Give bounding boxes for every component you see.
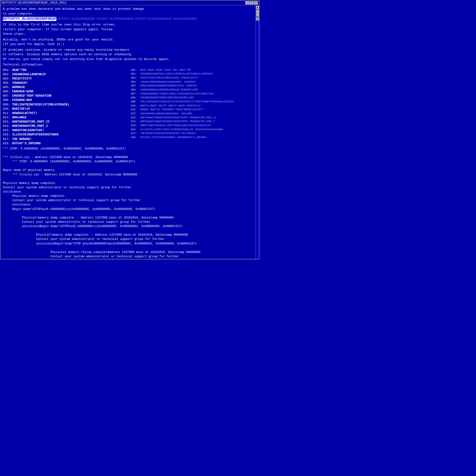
tech-header: Technical information: (3, 62, 256, 67)
stop-section: *** STOP: 0.000000D1 (0x0000000C, 0x0000… (3, 147, 256, 258)
contact-4: Contact your system administrator or tec… (36, 237, 256, 241)
phys-dump-complete-2: Physical memory dump complete. (12, 194, 256, 198)
minimize-button[interactable]: _ (245, 1, 249, 4)
errors-left: 001: DEAF'TRO 002: INSANEGOALLDONTWEIF 0… (3, 68, 129, 146)
error-right-004: 004: YOWAKEYOWAKEWDOWAKEYOWAKEDOM4: YOWA… (131, 80, 256, 84)
contact-3: Contact your system administrator or tec… (22, 220, 256, 224)
begin-dump-1: Begin dump of physical memory (3, 168, 256, 172)
main-title-section: DUTCHYYY_BLUESCREENOFDEAF DUTCHYYY_BLUES… (3, 17, 256, 21)
error-item-014: 014: WHNTHENGHTCMS_PART_I (3, 124, 129, 128)
error-item-017: 017: THE_RARARA! (3, 137, 129, 141)
error-right-002: 002: INSANEGOASNBDTOOLLLBOSATLDPONTALLEN… (131, 72, 256, 76)
phys-dump-5: Physiocel memory.r0l1op.comcpletAddress … (51, 250, 256, 255)
error-right-013: 013: WHNTHENWHTCNWHNTEHNSHSFASNIBTPARTS … (131, 116, 256, 120)
scroll-thumb[interactable] (256, 10, 259, 17)
contact-1: Contact your system administrator or tec… (3, 186, 256, 190)
error-right-018: 018: DUTCHYD OTCM7CACNINFERNOG CERNOMEER… (131, 136, 256, 139)
maximize-button[interactable]: □ (250, 1, 254, 4)
error-right-006: 006: COMERUMOMESALDNOMEMBCOMERIBO'N2MERU… (131, 88, 256, 92)
error-item-009: 009: THELIGHTNINGTHIEF(STIMULATEDAIR) (3, 102, 129, 107)
error-right-005: 005: WNMEAIWRMRAINOBRMRAINWRMRAIDOS5: WR… (131, 84, 256, 88)
errors-right: 001: DEAF'TROAF'TROAF'TRCAF'TRO: DEAF'TR… (131, 68, 256, 146)
assistance-4: assistanceBegin*dump*STOP phys0c000000D1… (36, 241, 256, 246)
error-item-006: 006: COMERUN'N2ME (3, 89, 129, 94)
contact-5: Contact your system administrator or tec… (51, 255, 256, 258)
phys-dump-4: Physical*memory dump complete. - Address… (36, 233, 256, 237)
error-item-011: 011: NOWDEALWITHIT! (3, 111, 129, 116)
stop-line3: Begin dump*cSTOPhys0.c000000D1ry(0x00000… (12, 207, 256, 211)
bsod-window: DUTCHYYY_BLUESCREENOFDEAF_2010_2011 _ □ … (0, 0, 259, 259)
error-item-018: 018: DUTCHY'S_INFERNO (3, 141, 129, 146)
main-title-glitch: DUTCHYYY_BLUESCREENOFDEAF DUTCHYYY_BLUES… (58, 17, 197, 21)
intro-line2: to your computer. (3, 12, 34, 16)
error-item-005: 005: WRMRAIN (3, 85, 129, 89)
trololo-2: *** trololo.sys - Address 1337000 base a… (12, 172, 256, 177)
para3: If problems continue, disable or remove … (3, 48, 256, 62)
error-right-015: 015: SWEEPTSWEETODSBLES GDHTTCERDLUCNSAT… (131, 123, 256, 128)
error-item-001: 001: DEAF'TRO (3, 68, 129, 72)
error-item-010: 010: BONITAFLIP (3, 107, 129, 111)
error-right-011: 011: NOWDEA NOWLTEA HTNDOWDEA TNOWITNDWD… (131, 108, 256, 112)
close-button[interactable]: ✕ (254, 1, 258, 4)
intro-text: A problem has been detecetd and Windows … (3, 7, 256, 16)
window-title: DUTCHYYY_BLUESCREENOFDEAF_2010_2011 (2, 1, 67, 4)
error-right-001: 001: DEAF'TROAF'TROAF'TRCAF'TRO: DEAF'TR… (131, 68, 256, 72)
error-item-008: 008: FEEDBRA!NER (3, 98, 129, 102)
error-right-003: 003: PBCACTPACACTPBC3CTRBIACYDOSL TPBCAC… (131, 76, 256, 80)
error-item-004: 004: YOWAKEUP! (3, 81, 129, 85)
title-bar: DUTCHYYY_BLUESCREENOFDEAF_2010_2011 _ □ … (0, 0, 259, 5)
error-right-008: 008: FEEDBRADERBRATOBBRATBBS40NEFEEDBRA!… (131, 96, 256, 100)
error-right-014: 014: WHNTHENWHTCNWHNTEHNSHSFASNIBTPARTS … (131, 119, 256, 123)
error-item-016: 016: ILLUSIVEINAMYSTERIOUSTOWER (3, 133, 129, 137)
contact-2: Contact your system administrator or tec… (12, 198, 256, 203)
assistance-2: assistance. (12, 203, 256, 207)
error-item-013: 013: WHNTHENGHTCMS_PART_II (3, 120, 129, 124)
error-right-009: 009: THELIGHTNINLETHINGLINLCSTIMTHOATRIE… (131, 100, 256, 104)
intro-line1: A problem has been detecetd and Windows … (3, 7, 144, 11)
para2: Actually, don't do anything. BSODs are g… (3, 37, 256, 47)
error-right-007: 007: CROOKECROOKED'ZOOERTLOWOS1TIONSAGEE… (131, 92, 256, 96)
scroll-down-button[interactable]: ▼ (256, 17, 259, 20)
error-right-017: 017: THE7RARAETVRAEARAFARARARAARA THE_RA… (131, 131, 256, 136)
error-right-016: 016: ILLUSIVELILGSMYTINAOLYSTOMSNSOTNNOL… (131, 128, 256, 132)
main-title: DUTCHYYY_BLUESCREENOFDEAF (3, 17, 56, 21)
error-right-012: 012: ANGLWNGANGLZWNGSGLWNGSLWNG2: ANGLWN… (131, 112, 256, 116)
stop-line2: *** STOP: 0.000000D1 (0x0000000C, 0x0000… (12, 159, 256, 164)
error-right-010: 010: BONITA BONIT ABLIPT ABNITA BNOIP BO… (131, 104, 256, 108)
title-bar-buttons[interactable]: _ □ ✕ (245, 1, 258, 4)
assistance-3: assistanceBegin dump*cSTOPhys0.c000000D1… (22, 224, 256, 228)
phys-dump-complete-1: Physical memory dump complete. (3, 181, 256, 186)
error-item-012: 012: ANGLWNGS (3, 116, 129, 120)
error-item-007: 007: CROOKED'TOOF'SENSATION (3, 94, 129, 98)
stop-line1: *** STOP: 0.000000D1 (0x0000000C, 0x0000… (3, 147, 256, 151)
error-item-003: 003: PBCACTIVITY (3, 77, 129, 81)
error-item-015: 015: SWEEPTHELEGDUTCHY! (3, 128, 129, 133)
error-item-002: 002: INSANEGOALLDONTWEIF (3, 72, 129, 77)
phys-dump-3: Physical*memory dump complete. - Address… (22, 216, 256, 220)
scrollbar[interactable]: ▲ ▼ (255, 6, 259, 259)
error-list: 001: DEAF'TRO 002: INSANEGOALLDONTWEIF 0… (3, 68, 256, 146)
assistance-1: assistance. (3, 190, 256, 194)
bsod-content: A problem has been detecetd and Windows … (0, 5, 259, 258)
trololo-line: *** trololo.sys - Address 1337000 base a… (3, 155, 256, 159)
para1: If this is the first time you've seen th… (3, 22, 256, 36)
scroll-up-button[interactable]: ▲ (256, 6, 259, 9)
